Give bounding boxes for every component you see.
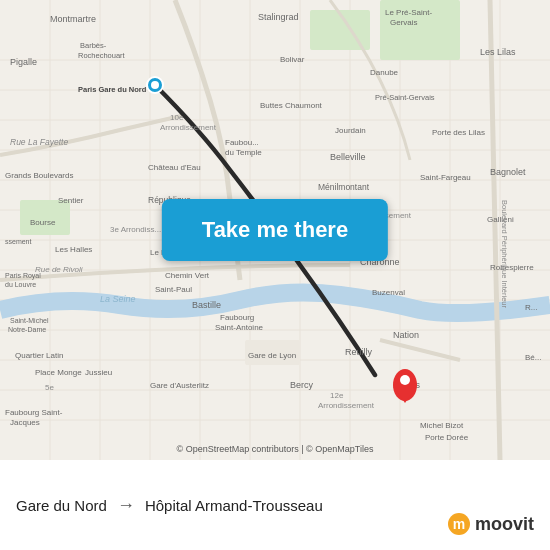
svg-text:Michel Bizot: Michel Bizot bbox=[420, 421, 464, 430]
svg-text:Montmartre: Montmartre bbox=[50, 14, 96, 24]
svg-text:Les Halles: Les Halles bbox=[55, 245, 92, 254]
svg-text:Buttes Chaumont: Buttes Chaumont bbox=[260, 101, 323, 110]
svg-point-100 bbox=[151, 81, 159, 89]
svg-text:du Temple: du Temple bbox=[225, 148, 262, 157]
to-label: Hôpital Armand-Trousseau bbox=[145, 497, 323, 514]
svg-text:Stalingrad: Stalingrad bbox=[258, 12, 299, 22]
svg-text:Bourse: Bourse bbox=[30, 218, 56, 227]
svg-text:Rochechouart: Rochechouart bbox=[78, 51, 126, 60]
svg-text:Boulevard Périphérique Intérie: Boulevard Périphérique Intérieur bbox=[500, 200, 509, 308]
svg-text:Saint-Paul: Saint-Paul bbox=[155, 285, 192, 294]
svg-text:Nation: Nation bbox=[393, 330, 419, 340]
svg-text:Pré-Saint-Gervais: Pré-Saint-Gervais bbox=[375, 93, 435, 102]
svg-text:Bercy: Bercy bbox=[290, 380, 314, 390]
svg-text:Château d'Eau: Château d'Eau bbox=[148, 163, 201, 172]
svg-text:Faubou...: Faubou... bbox=[225, 138, 259, 147]
svg-text:Rue de Rivoli: Rue de Rivoli bbox=[35, 265, 83, 274]
svg-text:Chemin Vert: Chemin Vert bbox=[165, 271, 210, 280]
svg-text:Porte des Lilas: Porte des Lilas bbox=[432, 128, 485, 137]
svg-text:Notre-Dame: Notre-Dame bbox=[8, 326, 46, 333]
svg-text:Arrondissement: Arrondissement bbox=[160, 123, 217, 132]
svg-text:du Louvre: du Louvre bbox=[5, 281, 36, 288]
svg-text:Faubourg Saint-: Faubourg Saint- bbox=[5, 408, 63, 417]
svg-text:3e Arrondiss...: 3e Arrondiss... bbox=[110, 225, 161, 234]
from-label: Gare du Nord bbox=[16, 497, 107, 514]
svg-text:Jourdain: Jourdain bbox=[335, 126, 366, 135]
svg-text:Ménilmontant: Ménilmontant bbox=[318, 182, 370, 192]
svg-text:m: m bbox=[453, 516, 465, 532]
svg-text:Saint-Fargeau: Saint-Fargeau bbox=[420, 173, 471, 182]
svg-text:Paris Gare du Nord: Paris Gare du Nord bbox=[78, 85, 147, 94]
svg-text:Jacques: Jacques bbox=[10, 418, 40, 427]
svg-text:Quartier Latin: Quartier Latin bbox=[15, 351, 63, 360]
svg-text:Paris Royal: Paris Royal bbox=[5, 272, 41, 280]
svg-text:Reuilly: Reuilly bbox=[345, 347, 373, 357]
svg-text:Sentier: Sentier bbox=[58, 196, 84, 205]
map-attribution: © OpenStreetMap contributors | © OpenMap… bbox=[177, 444, 374, 454]
svg-text:R...: R... bbox=[525, 303, 537, 312]
svg-text:Gare d'Austerlitz: Gare d'Austerlitz bbox=[150, 381, 209, 390]
svg-text:Bagnolet: Bagnolet bbox=[490, 167, 526, 177]
svg-text:Buzenval: Buzenval bbox=[372, 288, 405, 297]
svg-text:Faubourg: Faubourg bbox=[220, 313, 254, 322]
svg-text:Arrondissement: Arrondissement bbox=[318, 401, 375, 410]
svg-text:Saint-Michel: Saint-Michel bbox=[10, 317, 49, 324]
svg-text:ssement: ssement bbox=[5, 238, 32, 245]
svg-text:12e: 12e bbox=[330, 391, 344, 400]
svg-text:Bastille: Bastille bbox=[192, 300, 221, 310]
svg-text:Les Lilas: Les Lilas bbox=[480, 47, 516, 57]
svg-text:Bé...: Bé... bbox=[525, 353, 541, 362]
svg-text:Le Pré-Saint-: Le Pré-Saint- bbox=[385, 8, 432, 17]
take-me-there-button[interactable]: Take me there bbox=[162, 199, 388, 261]
map-container: Montmartre Stalingrad Le Pré-Saint- Gerv… bbox=[0, 0, 550, 460]
svg-text:Porte Dorée: Porte Dorée bbox=[425, 433, 469, 442]
svg-text:Danube: Danube bbox=[370, 68, 399, 77]
svg-text:10e: 10e bbox=[170, 113, 184, 122]
svg-point-102 bbox=[400, 375, 410, 385]
svg-text:Place Monge: Place Monge bbox=[35, 368, 82, 377]
svg-text:Jussieu: Jussieu bbox=[85, 368, 112, 377]
svg-text:Barbès-: Barbès- bbox=[80, 41, 107, 50]
svg-text:Rue La Fayette: Rue La Fayette bbox=[10, 137, 68, 147]
svg-text:Pigalle: Pigalle bbox=[10, 57, 37, 67]
bottom-bar: Gare du Nord → Hôpital Armand-Trousseau … bbox=[0, 460, 550, 550]
svg-text:Robespierre: Robespierre bbox=[490, 263, 534, 272]
button-overlay: Take me there bbox=[162, 199, 388, 261]
moovit-icon: m bbox=[447, 512, 471, 536]
moovit-text: moovit bbox=[475, 514, 534, 535]
svg-text:Belleville: Belleville bbox=[330, 152, 366, 162]
arrow-right-icon: → bbox=[117, 495, 135, 516]
svg-text:La Seine: La Seine bbox=[100, 294, 136, 304]
moovit-logo: m moovit bbox=[447, 512, 534, 536]
svg-text:Bolivar: Bolivar bbox=[280, 55, 305, 64]
svg-text:5e: 5e bbox=[45, 383, 54, 392]
svg-text:Gervais: Gervais bbox=[390, 18, 418, 27]
svg-text:Grands Boulevards: Grands Boulevards bbox=[5, 171, 73, 180]
svg-text:Saint-Antoine: Saint-Antoine bbox=[215, 323, 264, 332]
svg-text:Gare de Lyon: Gare de Lyon bbox=[248, 351, 296, 360]
